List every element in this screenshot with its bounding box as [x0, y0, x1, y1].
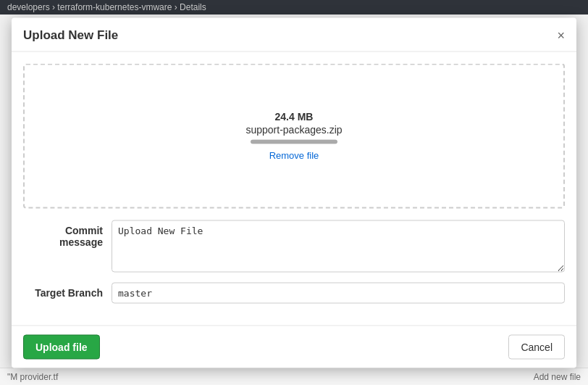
progress-bar-fill — [251, 140, 337, 144]
file-name: support-packages.zip — [245, 124, 342, 136]
modal-body: 24.4 MB support-packages.zip Remove file… — [12, 51, 576, 325]
upload-file-button[interactable]: Upload file — [23, 334, 100, 359]
commit-message-row: Commitmessage Upload New File — [23, 220, 565, 272]
upload-progress-bar — [251, 140, 337, 144]
cancel-button[interactable]: Cancel — [508, 334, 565, 359]
commit-message-label: Commitmessage — [23, 220, 103, 247]
bottom-bar-left-text: "M provider.tf — [7, 372, 58, 382]
file-info: 24.4 MB support-packages.zip Remove file — [245, 111, 342, 161]
file-size: 24.4 MB — [275, 111, 314, 123]
upload-modal: Upload New File × 24.4 MB support-packag… — [12, 17, 576, 368]
modal-footer: Upload file Cancel — [12, 325, 576, 368]
target-branch-row: Target Branch — [23, 282, 565, 303]
modal-header: Upload New File × — [12, 17, 576, 51]
bottom-bar-right-text: Add new file — [534, 372, 581, 382]
modal-title: Upload New File — [23, 28, 118, 42]
commit-message-input[interactable]: Upload New File — [112, 220, 565, 272]
drop-zone[interactable]: 24.4 MB support-packages.zip Remove file — [23, 63, 565, 208]
breadcrumb-bar: developers › terraform-kubernetes-vmware… — [0, 0, 588, 15]
target-branch-label: Target Branch — [23, 282, 103, 298]
modal-close-button[interactable]: × — [557, 28, 565, 41]
bottom-bar: "M provider.tf Add new file — [0, 368, 588, 385]
breadcrumb-text: developers › terraform-kubernetes-vmware… — [7, 2, 206, 12]
target-branch-input[interactable] — [112, 282, 565, 303]
remove-file-button[interactable]: Remove file — [269, 150, 319, 161]
